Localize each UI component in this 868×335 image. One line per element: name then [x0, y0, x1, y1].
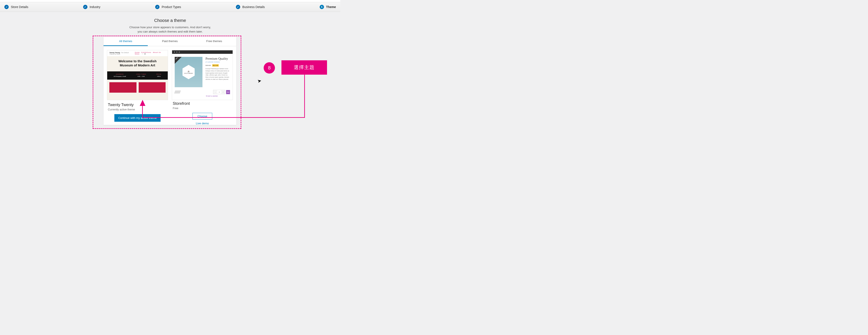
window-dot-icon: [174, 52, 175, 53]
theme-status: Currently active theme: [108, 108, 167, 111]
sf-logo: ☕ WOOTHEMES: [183, 65, 195, 79]
window-chrome: [172, 50, 232, 54]
wizard-stepper: Store Details Industry Product Types Bus…: [0, 2, 340, 12]
qty-plus: +: [221, 90, 225, 94]
tt-block: [139, 82, 166, 93]
tt-header: Twenty Twenty The Default Theme for 2020…: [107, 50, 168, 56]
step-store-details[interactable]: Store Details: [4, 5, 28, 9]
sf-price-new: $12.00: [212, 64, 219, 67]
cursor-icon: ➤: [257, 78, 262, 84]
check-icon: [83, 5, 88, 9]
tt-nav-item: Home: [135, 52, 140, 53]
tt-col-label: PRICE: [156, 73, 161, 75]
sf-row2: - 1 + Ad: [172, 89, 232, 94]
browser-strip: [0, 0, 340, 2]
check-icon: [236, 5, 240, 9]
theme-cards: Twenty Twenty The Default Theme for 2020…: [103, 46, 236, 125]
tt-nav: Home Exhibitions About Us News ⋯ ☰: [134, 52, 165, 55]
theme-meta: Twenty Twenty Currently active theme Con…: [107, 100, 168, 122]
page-subtitle-2: you can always switch themes and edit th…: [0, 30, 340, 34]
page-subtitle-1: Choose how your store appears to custome…: [0, 25, 340, 30]
sf-price: $15.00 $12.00: [206, 64, 230, 66]
sf-description: Excerpt Pellentesque habitant morbi tris…: [206, 68, 230, 81]
tt-block: [110, 82, 136, 93]
step-label: Theme: [326, 5, 336, 9]
window-dot-icon: [176, 52, 178, 53]
annotation-connector: [304, 74, 305, 118]
tab-free-themes[interactable]: Free themes: [192, 37, 236, 46]
tt-col-value: 9:00 — 5:00: [136, 76, 146, 77]
theme-tabs: All themes Paid themes Free themes: [103, 37, 236, 46]
tab-paid-themes[interactable]: Paid themes: [148, 37, 192, 46]
check-icon: [155, 5, 159, 9]
step-label: Store Details: [11, 5, 28, 9]
theme-price: Free: [173, 107, 232, 110]
qty-value: 1: [217, 90, 221, 94]
tt-info-band: ADDRESS 123 Storgatan, Umeå OPEN TIMES 9…: [107, 71, 168, 80]
sf-add-button: Ad: [226, 90, 230, 94]
sf-price-old: $15.00: [206, 64, 211, 66]
tt-col-hours: OPEN TIMES 9:00 — 5:00: [136, 73, 146, 77]
sf-product-image: Sale! ☕ WOOTHEMES: [175, 57, 203, 87]
tt-col-address: ADDRESS 123 Storgatan, Umeå: [114, 73, 126, 77]
annotation-label: 選擇主題: [281, 60, 327, 74]
tt-nav-item: News: [135, 53, 140, 55]
tt-hero-line2: Museum of Modern Art: [110, 63, 165, 67]
sf-qty-stepper: - 1 +: [213, 90, 225, 94]
tt-image-blocks: [107, 80, 168, 93]
tt-nav-item: About Us: [153, 52, 161, 53]
tab-all-themes[interactable]: All themes: [103, 37, 148, 46]
qty-minus: -: [213, 90, 217, 94]
theme-meta: Storefront Free Choose Live demo: [172, 100, 233, 125]
step-industry[interactable]: Industry: [83, 5, 100, 9]
annotation-step-number: 8: [264, 62, 275, 73]
page-body: Choose a theme Choose how your store app…: [0, 12, 340, 34]
sf-body: Sale! ☕ WOOTHEMES Premium Quality (2 cus…: [172, 54, 232, 89]
tt-hero-line1: Welcome to the Swedish: [110, 59, 165, 63]
sale-badge-icon: [175, 57, 182, 64]
step-label: Product Types: [162, 5, 181, 9]
annotation-arrow-icon: [140, 100, 145, 106]
choose-theme-button[interactable]: Choose: [192, 113, 212, 120]
page-title: Choose a theme: [0, 18, 340, 23]
theme-name: Twenty Twenty: [108, 103, 167, 107]
theme-name: Storefront: [173, 101, 232, 106]
tt-col-value: 129 kr: [156, 76, 161, 77]
live-demo-link[interactable]: Live demo: [173, 122, 232, 125]
annotation-connector: [142, 117, 305, 118]
tt-col-label: ADDRESS: [114, 73, 126, 75]
tt-col-price: PRICE 129 kr: [156, 73, 161, 77]
theme-card-storefront[interactable]: Sale! ☕ WOOTHEMES Premium Quality (2 cus…: [172, 50, 233, 125]
step-product-types[interactable]: Product Types: [155, 5, 181, 9]
sf-product-info: Premium Quality (2 customer reviews) $15…: [206, 57, 230, 87]
step-theme[interactable]: 5 Theme: [320, 5, 336, 9]
sf-wishlist: Add to wishlist: [172, 94, 232, 97]
sf-product-title: Premium Quality: [206, 57, 230, 61]
theme-card-twenty-twenty[interactable]: Twenty Twenty The Default Theme for 2020…: [107, 50, 168, 125]
step-label: Business Details: [242, 5, 265, 9]
tt-brand: Twenty Twenty: [110, 52, 120, 53]
window-dot-icon: [179, 52, 180, 53]
theme-thumbnail: Twenty Twenty The Default Theme for 2020…: [107, 50, 168, 100]
menu-icon: ⋯ ☰: [141, 53, 146, 55]
continue-active-theme-button[interactable]: Continue with my active theme: [114, 114, 161, 122]
sf-reviews: (2 customer reviews): [206, 61, 230, 63]
tt-hero: Welcome to the Swedish Museum of Modern …: [107, 56, 168, 71]
step-business-details[interactable]: Business Details: [236, 5, 265, 9]
theme-panel: All themes Paid themes Free themes Twent…: [103, 37, 236, 125]
sf-logo-text: WOOTHEMES: [184, 73, 193, 74]
step-number-icon: 5: [320, 5, 324, 9]
annotation-connector: [142, 106, 143, 118]
tt-col-label: OPEN TIMES: [136, 73, 146, 75]
check-icon: [4, 5, 9, 9]
theme-thumbnail: Sale! ☕ WOOTHEMES Premium Quality (2 cus…: [172, 50, 233, 100]
sf-thumb-icon: [174, 90, 181, 93]
tt-nav-item: Exhibitions: [142, 52, 151, 53]
step-label: Industry: [90, 5, 100, 9]
tt-col-value: 123 Storgatan, Umeå: [114, 76, 126, 77]
